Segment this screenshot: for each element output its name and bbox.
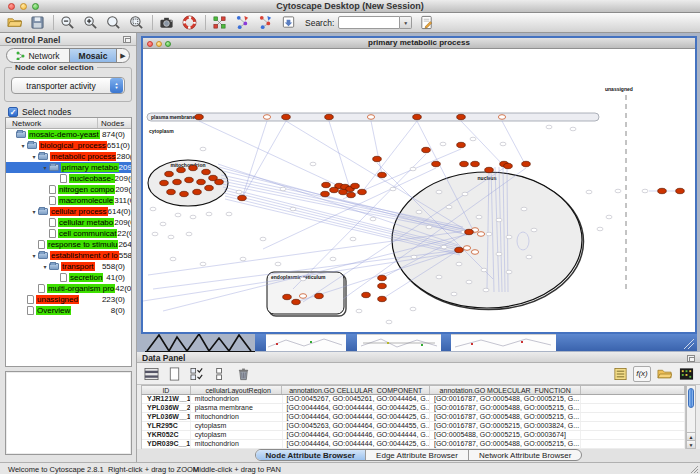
tree-row[interactable]: ▾cellular process614(0) [6, 206, 131, 217]
network-node[interactable] [195, 114, 204, 119]
network-node-unselected[interactable] [280, 187, 286, 191]
network-node-unselected[interactable] [446, 205, 452, 209]
network-node-outline[interactable] [299, 294, 306, 299]
unselect-attributes-icon[interactable] [211, 366, 229, 382]
network-node-unselected[interactable] [350, 237, 356, 241]
float-panel-icon[interactable] [123, 36, 131, 43]
network-node-unselected[interactable] [462, 192, 468, 196]
network-node[interactable] [362, 292, 371, 297]
network-node[interactable] [339, 189, 348, 194]
network-node-outline[interactable] [498, 115, 505, 120]
network-node[interactable] [465, 229, 474, 234]
network-node[interactable] [432, 161, 441, 166]
tab-overflow-arrow[interactable]: ▶ [117, 49, 129, 62]
import-attributes-icon[interactable] [655, 366, 673, 382]
network-node-unselected[interactable] [506, 270, 512, 274]
network-node[interactable] [504, 163, 513, 168]
network-node-unselected[interactable] [496, 218, 502, 222]
expand-arrow[interactable]: ▾ [30, 252, 38, 259]
network-node[interactable] [215, 179, 224, 184]
network-node[interactable] [347, 192, 356, 197]
network-node-unselected[interactable] [310, 162, 316, 166]
network-node-unselected[interactable] [506, 235, 512, 239]
network-node-unselected[interactable] [170, 257, 176, 261]
matrix-view-icon[interactable] [677, 366, 695, 382]
tab-network[interactable]: Network [7, 49, 69, 62]
zoom-out-icon[interactable] [59, 14, 76, 31]
tree-row[interactable]: ▾biological_process651(0) [6, 140, 131, 151]
network-node[interactable] [180, 191, 189, 196]
expand-arrow[interactable]: ▾ [41, 263, 49, 270]
background-window-edge[interactable] [441, 334, 451, 351]
network-node-unselected[interactable] [451, 292, 457, 296]
network-node[interactable] [282, 114, 291, 119]
network-node[interactable] [378, 296, 387, 301]
tree-row[interactable]: multi-organism pro42(0) [6, 283, 131, 294]
scrollbar-thumb[interactable] [688, 388, 694, 408]
table-row[interactable]: YLR295Ccytoplasm[GO:0045263, GO:0044464,… [142, 422, 685, 431]
network-node-unselected[interactable] [386, 320, 392, 324]
tree-row[interactable]: response to stimulu264(0) [6, 239, 131, 250]
network-node[interactable] [193, 189, 202, 194]
network-node-unselected[interactable] [356, 309, 362, 313]
network-node-unselected[interactable] [642, 189, 648, 193]
network-node[interactable] [205, 185, 214, 190]
network-node-unselected[interactable] [411, 255, 417, 259]
network-node-unselected[interactable] [476, 215, 482, 219]
network-node[interactable] [658, 188, 667, 193]
network-node-unselected[interactable] [496, 252, 502, 256]
network-node-unselected[interactable] [260, 237, 266, 241]
background-window-content[interactable] [266, 334, 346, 351]
network-node[interactable] [455, 247, 464, 252]
network-node-unselected[interactable] [440, 142, 446, 146]
network-node-unselected[interactable] [470, 137, 476, 141]
network-node-unselected[interactable] [586, 190, 592, 194]
attribute-list-icon[interactable] [611, 366, 629, 382]
background-window-edge[interactable] [346, 334, 357, 351]
tab-node-attribute-browser[interactable]: Node Attribute Browser [256, 450, 367, 460]
network-node[interactable] [457, 114, 466, 119]
network-node[interactable] [185, 177, 194, 182]
network-node-unselected[interactable] [186, 232, 192, 236]
annotation-icon[interactable] [280, 14, 297, 31]
network-node[interactable] [173, 179, 182, 184]
tree-row[interactable]: nitrogen compo209(0) [6, 184, 131, 195]
table-column-header[interactable]: annotation.GO MOLECULAR_FUNCTION [430, 386, 581, 394]
network-node[interactable] [160, 180, 169, 185]
tree-row[interactable]: ▾establishment of lo558(0) [6, 250, 131, 261]
birds-eye-view[interactable] [5, 371, 132, 455]
network-node-unselected[interactable] [410, 307, 416, 311]
network-node[interactable] [283, 294, 292, 299]
network-node-unselected[interactable] [226, 212, 232, 216]
network-node[interactable] [378, 172, 387, 177]
network-node-unselected[interactable] [597, 227, 603, 231]
network-node[interactable] [457, 142, 466, 147]
network-node[interactable] [167, 189, 176, 194]
tree-row[interactable]: ▾transport558(0) [6, 261, 131, 272]
network-node-unselected[interactable] [330, 257, 336, 261]
network-node[interactable] [378, 275, 387, 280]
network-node[interactable] [485, 167, 494, 172]
scroll-up-arrow[interactable]: ▲ [687, 432, 695, 440]
tree-row[interactable]: macromolecule311(0) [6, 195, 131, 206]
table-row[interactable]: YJR121W__1mitochondrion[GO:0045267, GO:0… [142, 395, 685, 404]
tree-row[interactable]: unassigned223(0) [6, 294, 131, 305]
network-node-unselected[interactable] [160, 222, 166, 226]
network-node[interactable] [165, 171, 174, 176]
network-node[interactable] [460, 161, 469, 166]
select-attributes-icon[interactable] [188, 366, 206, 382]
zoom-selected-icon[interactable] [128, 14, 145, 31]
network-node-unselected[interactable] [486, 232, 492, 236]
network-node-unselected[interactable] [240, 257, 246, 261]
network-edge[interactable] [242, 121, 286, 198]
network-node-outline[interactable] [367, 115, 374, 120]
network-node-unselected[interactable] [390, 187, 396, 191]
tab-network-attribute-browser[interactable]: Network Attribute Browser [469, 450, 581, 460]
table-row[interactable]: YPL036W__1mitochondrion[GO:0044464, GO:0… [142, 413, 685, 422]
table-row[interactable]: YPL036W__2plasma membrane[GO:0044464, GO… [142, 404, 685, 413]
tree-row[interactable]: ▾primary metabo209(... [6, 162, 131, 173]
network-node-unselected[interactable] [606, 215, 612, 219]
table-column-header[interactable]: annotation.GO CELLULAR_COMPONENT [282, 386, 429, 394]
network-edge[interactable] [329, 121, 350, 189]
new-attribute-icon[interactable] [165, 366, 183, 382]
